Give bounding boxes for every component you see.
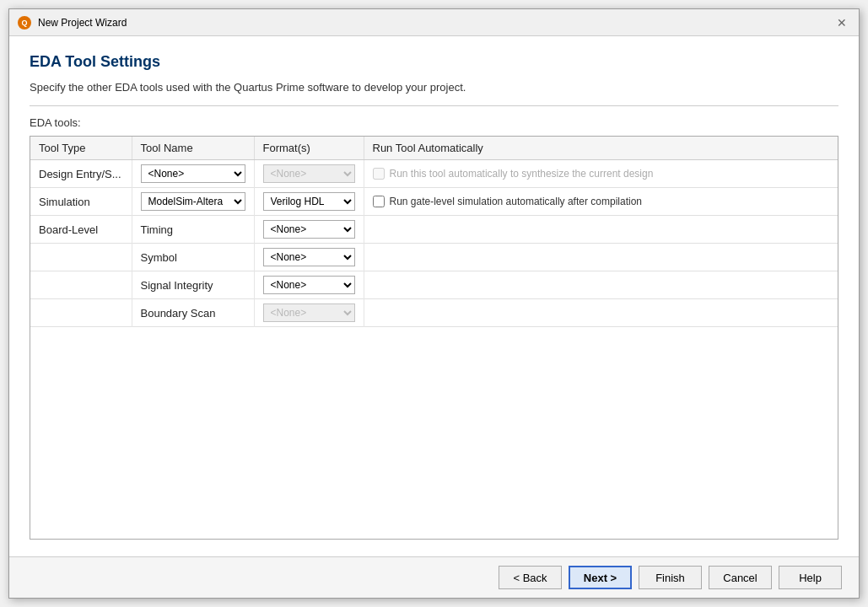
formats-simulation[interactable]: Verilog HDL [254, 188, 364, 216]
table-row: Boundary Scan <None> [30, 299, 838, 327]
tool-type-signal-integrity-empty [30, 271, 132, 299]
section-label: EDA tools: [30, 116, 838, 129]
tool-type-simulation: Simulation [30, 188, 132, 216]
formats-select-boundary-scan: <None> [263, 304, 355, 322]
formats-select-design-entry: <None> [263, 164, 355, 183]
eda-tools-table: Tool Type Tool Name Format(s) Run Tool A… [30, 137, 838, 529]
tool-name-symbol: Symbol [132, 244, 254, 271]
tool-name-simulation[interactable]: ModelSim-Altera [132, 188, 254, 216]
tool-name-timing: Timing [132, 216, 254, 244]
tool-name-select-simulation[interactable]: ModelSim-Altera [141, 192, 245, 211]
col-header-formats: Format(s) [254, 137, 364, 160]
formats-design-entry[interactable]: <None> [254, 160, 364, 188]
tool-type-design-entry: Design Entry/S... [30, 160, 132, 188]
footer: < Back Next > Finish Cancel Help [9, 556, 859, 598]
close-button[interactable]: ✕ [833, 14, 850, 31]
formats-boundary-scan: <None> [254, 299, 364, 327]
tool-type-board-level: Board-Level [30, 216, 132, 244]
table-row: Design Entry/S... <None> <None> [30, 160, 838, 188]
description-text: Specify the other EDA tools used with th… [30, 81, 838, 94]
table-row: Board-Level Timing <None> [30, 216, 838, 244]
formats-signal-integrity[interactable]: <None> [254, 271, 364, 299]
dialog: Q New Project Wizard ✕ EDA Tool Settings… [8, 8, 860, 599]
separator [30, 105, 838, 106]
title-bar: Q New Project Wizard ✕ [9, 9, 859, 36]
table-row: Symbol <None> [30, 244, 838, 271]
run-auto-checkbox-simulation[interactable] [373, 196, 385, 207]
run-auto-cell-simulation: Run gate-level simulation automatically … [373, 196, 830, 207]
table-header-row: Tool Type Tool Name Format(s) Run Tool A… [30, 137, 838, 160]
back-button[interactable]: < Back [499, 566, 562, 589]
finish-button[interactable]: Finish [639, 566, 702, 589]
tool-name-boundary-scan: Boundary Scan [132, 299, 254, 327]
run-auto-checkbox-design-entry[interactable] [373, 168, 385, 180]
page-title: EDA Tool Settings [30, 53, 838, 71]
run-auto-signal-integrity [364, 271, 838, 299]
col-header-tool-type: Tool Type [30, 137, 132, 160]
col-header-tool-name: Tool Name [132, 137, 254, 160]
tool-name-signal-integrity: Signal Integrity [132, 271, 254, 299]
table-row: Signal Integrity <None> [30, 271, 838, 299]
run-auto-symbol [364, 244, 838, 271]
tool-type-symbol-empty [30, 244, 132, 271]
run-auto-boundary-scan [364, 299, 838, 327]
tool-name-select-design-entry[interactable]: <None> [141, 164, 245, 183]
eda-tools-table-container: Tool Type Tool Name Format(s) Run Tool A… [30, 136, 838, 540]
table-row: Simulation ModelSim-Altera Verilog HDL [30, 188, 838, 216]
run-auto-design-entry: Run this tool automatically to synthesiz… [364, 160, 838, 188]
col-header-run-auto: Run Tool Automatically [364, 137, 838, 160]
tool-type-boundary-scan-empty [30, 299, 132, 327]
formats-select-timing[interactable]: <None> [263, 220, 355, 239]
empty-row [30, 327, 838, 529]
formats-select-symbol[interactable]: <None> [263, 248, 355, 266]
run-auto-simulation: Run gate-level simulation automatically … [364, 188, 838, 216]
formats-select-signal-integrity[interactable]: <None> [263, 276, 355, 294]
formats-timing[interactable]: <None> [254, 216, 364, 244]
app-icon: Q [18, 16, 31, 30]
run-auto-label-design-entry: Run this tool automatically to synthesiz… [390, 168, 654, 180]
run-auto-cell-design-entry: Run this tool automatically to synthesiz… [373, 168, 830, 180]
cancel-button[interactable]: Cancel [709, 566, 772, 589]
run-auto-timing [364, 216, 838, 244]
help-button[interactable]: Help [779, 566, 842, 589]
tool-name-design-entry[interactable]: <None> [132, 160, 254, 188]
title-bar-left: Q New Project Wizard [18, 16, 127, 30]
formats-symbol[interactable]: <None> [254, 244, 364, 271]
run-auto-label-simulation: Run gate-level simulation automatically … [390, 196, 642, 207]
formats-select-simulation[interactable]: Verilog HDL [263, 192, 355, 211]
main-content: EDA Tool Settings Specify the other EDA … [9, 36, 859, 556]
dialog-title: New Project Wizard [38, 17, 127, 29]
next-button[interactable]: Next > [569, 566, 632, 589]
